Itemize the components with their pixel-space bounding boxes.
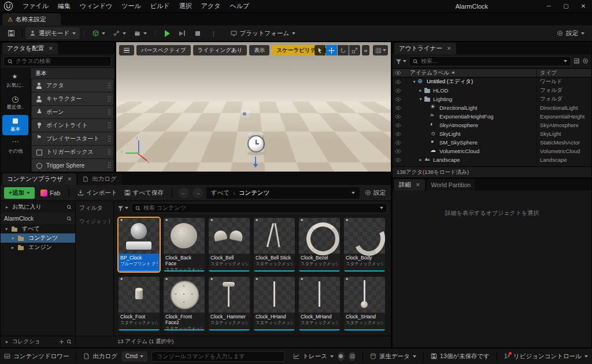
viewport-option-button[interactable]: パースペクティブ xyxy=(136,45,191,55)
visibility-eye-icon[interactable] xyxy=(393,149,403,154)
rotate-tool-button[interactable] xyxy=(338,45,349,55)
asset-tile[interactable]: ★ Clock_Back Face スタティックメッシュ xyxy=(164,218,205,272)
close-button[interactable]: ✕ xyxy=(575,0,592,13)
asset-tile[interactable]: ★ Clock_ Hammer スタティックメッシュ xyxy=(209,277,250,330)
place-actors-tab[interactable]: アクタを配置 ✕ xyxy=(2,43,58,54)
save-level-button[interactable] xyxy=(3,27,19,39)
close-icon[interactable]: ✕ xyxy=(447,46,452,51)
outliner-row[interactable]: ExponentialHeightFog ExponentialHeight xyxy=(393,112,591,121)
derived-data-button[interactable]: 派生データ xyxy=(370,352,416,361)
select-tool-button[interactable] xyxy=(314,45,325,55)
folder-tree-item[interactable]: ▸ エンジン xyxy=(1,243,75,252)
actor-sprite-icon[interactable] xyxy=(241,110,250,117)
outliner-row[interactable]: ▸ Landscape Landscape xyxy=(393,155,591,164)
place-category[interactable]: お気に.. xyxy=(2,71,28,91)
visibility-eye-icon[interactable] xyxy=(393,114,403,119)
visibility-eye-icon[interactable] xyxy=(393,106,403,110)
search-icon[interactable] xyxy=(66,216,72,221)
select-mode-dropdown[interactable]: 選択モード xyxy=(25,27,80,39)
add-actor-dropdown[interactable] xyxy=(88,27,109,39)
unsaved-changes-button[interactable]: 13個が未保存です xyxy=(431,352,490,361)
save-all-button[interactable]: すべて保存 xyxy=(123,189,165,197)
expander-icon[interactable]: ▾ xyxy=(417,96,424,102)
more-tools-button[interactable]: » xyxy=(362,45,369,55)
insights-button[interactable] xyxy=(338,352,345,361)
place-actor-item[interactable]: ポイントライト xyxy=(32,119,113,132)
outliner-row[interactable]: ▾ Lighting フォルダ xyxy=(393,95,591,103)
expander-icon[interactable]: ▸ xyxy=(4,339,10,344)
details-tab[interactable]: 詳細 ✕ xyxy=(394,179,425,191)
output-log-tab[interactable]: 出力ログ xyxy=(78,173,121,185)
visibility-eye-icon[interactable] xyxy=(393,132,403,136)
collections-section[interactable]: ▸ コレクショ xyxy=(1,336,76,347)
search-icon[interactable] xyxy=(66,205,72,210)
expander-icon[interactable]: ▸ xyxy=(4,205,10,210)
drag-grip-icon[interactable] xyxy=(108,162,111,169)
scale-tool-button[interactable] xyxy=(349,45,360,55)
menu-item[interactable]: ファイル xyxy=(18,0,53,13)
asset-filter-button[interactable] xyxy=(117,205,128,211)
expander-icon[interactable]: ▾ xyxy=(3,226,9,232)
favorites-section[interactable]: ▸ お気に入り xyxy=(1,201,75,213)
maximize-button[interactable]: ▢ xyxy=(557,0,575,13)
drag-grip-icon[interactable] xyxy=(108,95,111,102)
place-actor-item[interactable]: プレイヤースタート xyxy=(32,132,113,145)
outliner-row[interactable]: SkyAtmosphere SkyAtmosphere xyxy=(393,121,591,129)
menu-item[interactable]: 編集 xyxy=(53,0,75,13)
place-actor-item[interactable]: ポーン xyxy=(32,106,113,118)
asset-search-input[interactable]: 検索 コンテンツ xyxy=(131,203,387,213)
menu-item[interactable]: ウィンドウ xyxy=(75,0,117,13)
outliner-row[interactable]: SM_SkySphere StaticMeshActor xyxy=(393,138,591,147)
outliner-row[interactable]: DirectionalLight DirectionalLight xyxy=(393,103,591,112)
class-search-input[interactable]: クラスの検索 xyxy=(3,56,112,66)
type-column-header[interactable]: タイプ xyxy=(536,69,591,77)
fab-button[interactable]: Fab xyxy=(38,190,62,196)
snapshot-button[interactable] xyxy=(349,352,356,361)
output-log-button[interactable]: 出力ログ xyxy=(83,352,117,361)
viewport-menu-button[interactable] xyxy=(119,45,134,55)
viewport-option-button[interactable]: 表示 xyxy=(249,45,269,55)
outliner-row[interactable]: SkyLight SkyLight xyxy=(393,129,591,138)
play-options-kebab[interactable]: ⋮ xyxy=(206,27,221,39)
stop-button[interactable] xyxy=(189,27,206,39)
cmd-selector[interactable]: Cmd xyxy=(121,351,147,362)
place-category[interactable]: 最近使.. xyxy=(2,93,28,113)
place-category[interactable]: 基本 xyxy=(2,115,28,135)
visibility-eye-icon[interactable] xyxy=(393,123,403,128)
visibility-eye-icon[interactable] xyxy=(393,80,403,84)
move-tool-button[interactable] xyxy=(326,45,337,55)
trace-button[interactable]: トレース xyxy=(293,352,334,361)
add-collection-icon[interactable] xyxy=(59,339,64,344)
place-actor-item[interactable]: Trigger Sphere xyxy=(32,159,113,172)
outliner-tab[interactable]: アウトライナー ✕ xyxy=(394,43,456,54)
asset-tile[interactable]: ★ Clock_HHand スタティックメッシュ xyxy=(254,277,295,330)
frame-skip-button[interactable] xyxy=(175,27,189,39)
visibility-eye-icon[interactable] xyxy=(393,88,403,93)
path-breadcrumb[interactable]: すべて › コンテンツ xyxy=(206,187,360,199)
content-settings-button[interactable]: 設定 xyxy=(363,189,387,197)
breadcrumb-current[interactable]: コンテンツ xyxy=(239,189,270,197)
grid-snap-button[interactable] xyxy=(373,45,388,55)
viewport-option-button[interactable]: ライティングあり xyxy=(193,45,247,55)
drag-grip-icon[interactable] xyxy=(108,109,111,116)
visibility-eye-icon[interactable] xyxy=(393,158,403,162)
menu-item[interactable]: 選択 xyxy=(175,0,197,13)
level-tab[interactable]: ⚠ 名称未設定 xyxy=(2,13,61,25)
settings-dropdown[interactable]: 設定 xyxy=(553,27,589,39)
place-category[interactable]: その他 xyxy=(2,137,28,157)
import-button[interactable]: インポート xyxy=(76,189,119,197)
asset-tile[interactable]: ★ BP_Clock ブループリント クラス xyxy=(119,218,160,272)
menu-item[interactable]: ツール xyxy=(117,0,146,13)
back-button[interactable]: ← xyxy=(179,188,189,198)
asset-tile[interactable]: ★ Clock_Bell Stick スタティックメッシュ xyxy=(254,218,295,272)
outliner-columns-button[interactable] xyxy=(574,58,580,65)
move-gizmo-arrow[interactable] xyxy=(255,157,256,165)
blueprints-dropdown[interactable] xyxy=(109,27,130,39)
folder-tree-item[interactable]: ▾ コンテンツ xyxy=(1,233,75,243)
revision-control-button[interactable]: リビジョンコントロール xyxy=(504,352,588,361)
asset-tile[interactable]: ★ Clock_SHand スタティックメッシュ xyxy=(344,277,385,330)
platform-dropdown[interactable]: プラットフォーム xyxy=(227,27,300,39)
asset-tile[interactable]: ★ Clock_Bell スタティックメッシュ xyxy=(209,218,250,272)
expander-icon[interactable]: ▸ xyxy=(417,88,424,93)
place-actor-item[interactable]: トリガーボックス xyxy=(32,146,113,158)
